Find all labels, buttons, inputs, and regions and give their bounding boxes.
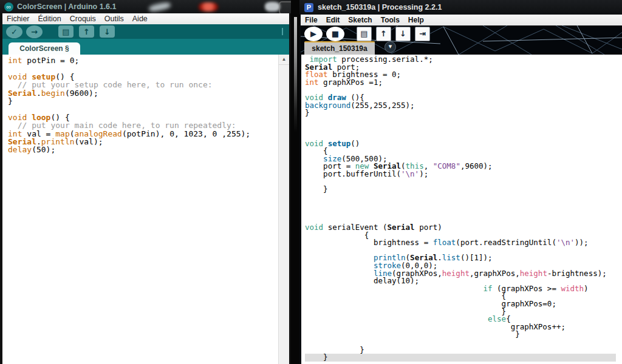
processing-editor[interactable]: import processing.serial.*;Serial port;f… <box>301 55 622 364</box>
processing-window: P sketch_150319a | Processing 2.2.1 File… <box>299 0 622 364</box>
verify-button[interactable]: ✓ <box>6 25 22 38</box>
arduino-window: ∞ ColorScreen | Arduino 1.6.1 FichierÉdi… <box>0 0 291 364</box>
code-token: height <box>520 269 547 278</box>
code-line: // put your main code here, to run repea… <box>8 121 289 129</box>
code-line <box>8 64 289 72</box>
processing-titlebar[interactable]: P sketch_150319a | Processing 2.2.1 <box>299 0 622 15</box>
arduino-scrollbar[interactable]: ▲ <box>278 55 289 364</box>
tab-menu-button[interactable]: ▼ <box>384 41 396 53</box>
code-line <box>8 105 289 113</box>
code-token: ,graphXPos, <box>470 269 520 278</box>
arrow-right-icon: → <box>31 28 38 36</box>
code-token: (val); <box>75 137 103 146</box>
document-icon: ▤ <box>62 28 69 36</box>
code-line: } <box>305 109 622 117</box>
tab-colorscreen[interactable]: ColorScreen § <box>9 42 80 55</box>
code-token: -brightness); <box>547 269 607 278</box>
processing-tabstrip: sketch_150319a ▼ <box>301 41 622 55</box>
arrow-up-icon: ↑ <box>380 30 387 38</box>
upload-button[interactable]: → <box>26 25 43 38</box>
code-token: height <box>442 269 470 278</box>
menu-item-croquis[interactable]: Croquis <box>66 15 100 23</box>
code-line <box>305 178 622 186</box>
code-line: Serial.println(val); <box>8 138 289 146</box>
export-icon: ⇥ <box>419 30 426 38</box>
arduino-logo-icon: ∞ <box>4 2 13 12</box>
code-line: } <box>305 354 616 362</box>
menu-item-edit[interactable]: Edit <box>322 16 344 24</box>
code-token: ()[1]); <box>460 253 493 262</box>
code-token: Serial <box>387 223 414 232</box>
code-token: ); <box>419 169 428 178</box>
code-line: void setup() { <box>8 73 289 81</box>
code-token: (9600); <box>65 89 98 98</box>
menu-item-sketch[interactable]: Sketch <box>344 16 376 24</box>
arduino-titlebar[interactable]: ∞ ColorScreen | Arduino 1.6.1 <box>0 0 291 13</box>
processing-logo-icon: P <box>304 3 313 12</box>
check-icon: ✓ <box>11 28 18 36</box>
processing-window-title: sketch_150319a | Processing 2.2.1 <box>318 3 442 12</box>
menu-item-help[interactable]: Help <box>404 16 428 24</box>
tab-sketch-150319a[interactable]: sketch_150319a <box>304 41 375 55</box>
window-edge-reflection <box>294 17 297 132</box>
save-button[interactable]: ↓ <box>395 27 411 41</box>
scroll-up-button[interactable]: ▲ <box>279 55 289 65</box>
code-token: setup <box>328 139 351 148</box>
code-line: void setup() <box>305 140 622 148</box>
open-button[interactable]: ↑ <box>376 27 391 41</box>
arduino-toolbar: ✓→▤↑↓ <box>2 24 289 39</box>
arrow-down-icon: ↓ <box>400 30 406 38</box>
new-sketch-button[interactable]: ▤ <box>58 25 73 38</box>
aero-reflection <box>199 2 218 12</box>
code-line <box>305 124 622 132</box>
processing-toolbar: ▶■▤↑↓⇥ <box>301 25 430 42</box>
code-token: } <box>305 329 520 339</box>
code-line: brightness = float(port.readStringUntil(… <box>305 239 622 247</box>
code-token: (50); <box>32 145 55 154</box>
new-sketch-button[interactable]: ▤ <box>357 27 372 41</box>
menu-item-edition[interactable]: Édition <box>34 15 66 23</box>
code-token: ,9600); <box>460 161 493 170</box>
arrow-up-icon: ↑ <box>83 28 90 36</box>
code-token: . <box>36 89 41 98</box>
menu-item-aide[interactable]: Aide <box>128 15 152 23</box>
code-token: begin <box>41 89 65 98</box>
code-token: )); <box>575 238 589 247</box>
arduino-editor[interactable]: int potPin = 0; void setup() { // put yo… <box>2 55 289 364</box>
code-token: background <box>305 101 350 110</box>
code-line: } <box>305 331 622 339</box>
code-line: void loop() { <box>8 113 289 121</box>
code-line: port.bufferUntil('\n'); <box>305 170 622 178</box>
open-button[interactable]: ↑ <box>79 25 94 38</box>
export-button[interactable]: ⇥ <box>415 27 430 41</box>
code-token: } <box>305 352 328 362</box>
code-token: width <box>561 284 584 293</box>
code-token: '\n' <box>556 238 575 247</box>
menu-item-tools[interactable]: Tools <box>377 16 404 24</box>
code-token: '\n' <box>401 169 419 178</box>
code-line: background(255,255,255); <box>305 102 622 110</box>
stop-icon: ■ <box>332 30 339 38</box>
code-line: int potPin = 0; <box>8 56 289 64</box>
aero-reflection <box>265 2 280 12</box>
menu-item-fichier[interactable]: Fichier <box>2 15 34 23</box>
stop-button[interactable]: ■ <box>326 27 344 41</box>
arduino-tabstrip: ColorScreen § <box>2 39 289 55</box>
toolbar-edge-highlight <box>282 28 283 35</box>
code-token: () <box>350 139 360 148</box>
code-token: port) <box>415 223 442 232</box>
save-button[interactable]: ↓ <box>100 25 115 38</box>
code-line <box>305 209 622 217</box>
aero-reflection <box>148 1 171 12</box>
desktop: ∞ ColorScreen | Arduino 1.6.1 FichierÉdi… <box>0 0 622 364</box>
menu-item-outils[interactable]: Outils <box>100 15 128 23</box>
code-token: (port.readStringUntil( <box>456 238 556 247</box>
run-button[interactable]: ▶ <box>304 27 323 41</box>
menu-item-file[interactable]: File <box>301 16 322 24</box>
code-token: (potPin), 0, 1023, 0 ,255); <box>122 129 250 138</box>
code-token: "COM8" <box>433 161 460 170</box>
code-line <box>305 117 622 125</box>
arduino-menubar: FichierÉditionCroquisOutilsAide <box>2 13 289 25</box>
code-line: // put your setup code here, to run once… <box>8 81 289 89</box>
code-line: } <box>305 186 622 194</box>
